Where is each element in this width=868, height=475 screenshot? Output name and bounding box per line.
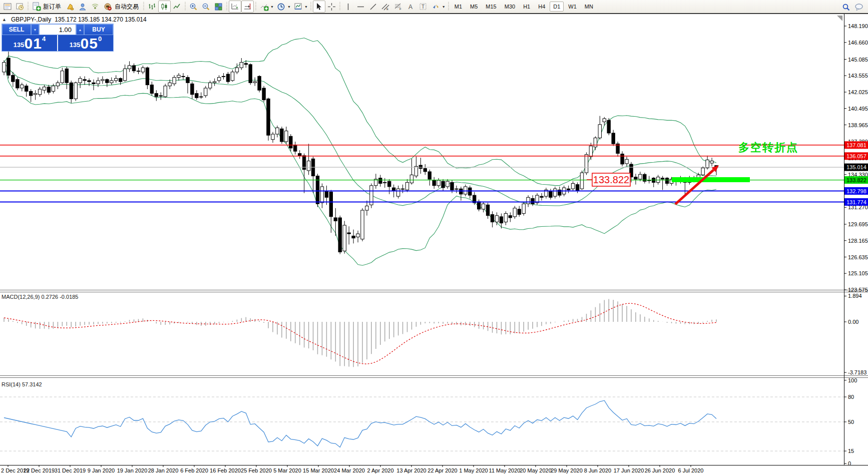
main-toolbar: 新订单 自动交易 ▼ ▼ ▼ (0, 0, 868, 13)
price-badge: 136.057 (844, 152, 868, 160)
shapes-tool-icon[interactable] (429, 1, 442, 13)
chat-icon[interactable] (852, 1, 865, 13)
svg-text:F: F (399, 8, 401, 11)
alert-icon[interactable] (64, 1, 77, 13)
ask-price[interactable]: 135 05 0 (58, 35, 113, 51)
svg-text:19 Jan 2020: 19 Jan 2020 (117, 467, 148, 473)
auto-scroll-icon[interactable] (229, 1, 241, 13)
svg-text:20 May 2020: 20 May 2020 (520, 467, 552, 473)
one-click-trade-panel: SELL ▼ 1.00 ▲ BUY 135 01 4 135 05 0 (2, 24, 114, 52)
trendline-tool-icon[interactable] (367, 1, 379, 13)
tile-windows-icon[interactable] (212, 1, 225, 13)
ask-prefix: 135 (70, 41, 81, 49)
timeframe-button-m1[interactable]: M1 (451, 2, 466, 12)
timeframe-button-m5[interactable]: M5 (467, 2, 481, 12)
periods-icon[interactable] (275, 1, 287, 13)
svg-text:9 Jan 2020: 9 Jan 2020 (88, 467, 115, 473)
svg-text:6 Feb 2020: 6 Feb 2020 (180, 467, 208, 473)
cursor-tool-icon[interactable] (313, 1, 325, 13)
buy-button[interactable]: BUY (84, 24, 113, 35)
periods-dropdown-caret[interactable]: ▼ (287, 5, 291, 9)
community-user-icon[interactable] (77, 1, 89, 13)
sell-button[interactable]: SELL (2, 24, 31, 35)
rsi-line (4, 400, 716, 447)
templates-dropdown-caret[interactable]: ▼ (304, 5, 308, 9)
svg-text:133.822: 133.822 (593, 174, 629, 185)
crosshair-tool-icon[interactable] (325, 1, 338, 13)
shapes-dropdown-caret[interactable]: ▼ (442, 5, 446, 9)
svg-text:143.555: 143.555 (848, 73, 868, 79)
svg-text:5 Mar 2020: 5 Mar 2020 (273, 467, 301, 473)
svg-text:128.165: 128.165 (848, 238, 868, 244)
auto-trading-icon[interactable] (102, 1, 114, 13)
ask-pip-digit: 0 (98, 35, 102, 43)
timeframe-button-m30[interactable]: M30 (501, 2, 519, 12)
svg-text:125.105: 125.105 (848, 270, 868, 276)
svg-text:137.081: 137.081 (846, 142, 866, 148)
vertical-line-tool-icon[interactable] (342, 1, 354, 13)
bid-price[interactable]: 135 01 4 (2, 35, 58, 51)
fibonacci-tool-icon[interactable]: F (392, 1, 404, 13)
time-axis: 2 Dec 201922 Dec 201931 Dec 20199 Jan 20… (1, 465, 703, 473)
new-order-label[interactable]: 新订单 (43, 3, 61, 11)
price-badge: 133.822 (844, 176, 868, 184)
one-click-collapse-icon[interactable]: ▲ (2, 17, 7, 22)
timeframe-button-d1[interactable]: D1 (550, 2, 564, 12)
price-badge: 135.014 (844, 164, 868, 171)
svg-text:136.057: 136.057 (846, 153, 866, 159)
volume-increase-button[interactable]: ▲ (76, 24, 84, 35)
timeframe-button-w1[interactable]: W1 (565, 2, 580, 12)
auto-trading-label[interactable]: 自动交易 (115, 3, 139, 11)
rsi-indicator-label: RSI(14) 57.3142 (2, 381, 42, 387)
svg-text:13 Apr 2020: 13 Apr 2020 (396, 467, 426, 473)
svg-text:135.014: 135.014 (846, 164, 866, 170)
svg-text:146.660: 146.660 (848, 40, 868, 46)
price-chart-canvas[interactable]: 133.822多空转折点148.190146.660145.085143.555… (0, 14, 868, 475)
timeframe-button-mn[interactable]: MN (581, 2, 597, 12)
indicators-icon[interactable] (258, 1, 270, 13)
timeframe-button-m15[interactable]: M15 (482, 2, 500, 12)
horizontal-line-tool-icon[interactable] (354, 1, 367, 13)
scroll-marker-icon (837, 16, 842, 21)
zoom-in-icon[interactable] (187, 1, 200, 13)
svg-text:31 Dec 2019: 31 Dec 2019 (55, 467, 86, 473)
signal-icon[interactable] (89, 1, 102, 13)
svg-text:E: E (386, 8, 388, 11)
svg-text:133.822: 133.822 (846, 177, 866, 183)
volume-decrease-button[interactable]: ▼ (31, 24, 39, 35)
svg-text:15 Mar 2020: 15 Mar 2020 (303, 467, 334, 473)
templates-icon[interactable] (292, 1, 304, 13)
bar-chart-type-icon[interactable] (146, 1, 158, 13)
line-chart-type-icon[interactable] (171, 1, 183, 13)
symbol-header: ▲ GBPJPY-,Daily 135.172 135.185 134.270 … (2, 16, 147, 23)
new-order-icon[interactable] (30, 1, 43, 13)
svg-text:145.085: 145.085 (848, 57, 868, 63)
volume-input[interactable]: 1.00 (39, 24, 76, 35)
price-axis: 148.190146.660145.085143.555142.025140.4… (844, 23, 868, 466)
timeframe-button-h4[interactable]: H4 (535, 2, 549, 12)
label-tool-icon[interactable]: T (417, 1, 429, 13)
indicators-dropdown-caret[interactable]: ▼ (270, 5, 274, 9)
candle-chart-type-icon[interactable] (158, 1, 171, 13)
svg-text:142.025: 142.025 (848, 89, 868, 95)
svg-text:126.635: 126.635 (848, 254, 868, 260)
channel-tool-icon[interactable]: E (379, 1, 392, 13)
timeframe-button-h1[interactable]: H1 (520, 2, 534, 12)
svg-text:A: A (408, 4, 412, 11)
bid-prefix: 135 (14, 41, 25, 49)
candles-layer (3, 35, 718, 254)
symbol-title: GBPJPY-,Daily (11, 16, 51, 23)
green-highlight-bar (672, 177, 750, 182)
svg-text:24 Mar 2020: 24 Mar 2020 (334, 467, 365, 473)
svg-text:26 Jun 2020: 26 Jun 2020 (645, 467, 675, 473)
svg-text:0.00: 0.00 (848, 319, 858, 325)
chart-shift-icon[interactable] (241, 1, 254, 13)
profiles-icon[interactable] (14, 1, 26, 13)
text-tool-icon[interactable]: A (404, 1, 417, 13)
search-icon[interactable] (840, 1, 852, 13)
zoom-out-icon[interactable] (200, 1, 212, 13)
svg-text:0: 0 (848, 460, 851, 466)
charts-toolbar-icon[interactable] (1, 1, 14, 13)
svg-text:8 Jun 2020: 8 Jun 2020 (584, 467, 611, 473)
svg-text:11 May 2020: 11 May 2020 (489, 467, 521, 473)
